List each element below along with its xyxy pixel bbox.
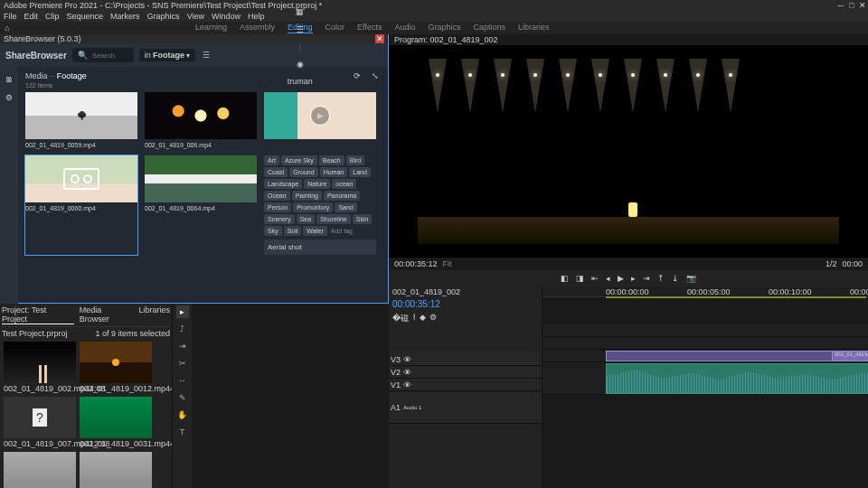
extract-button[interactable]: ⤓ (672, 274, 679, 283)
link-icon[interactable]: ⌇ (412, 313, 416, 324)
slip-tool[interactable]: ↔ (176, 374, 189, 387)
menu-sequence[interactable]: Sequence (67, 12, 104, 21)
panel-tab[interactable]: Libraries (138, 305, 170, 324)
list-view-icon[interactable]: ☰ (295, 24, 306, 35)
close-icon[interactable]: ✕ (859, 1, 866, 10)
step-fwd-button[interactable]: ▸ (631, 274, 636, 283)
tag[interactable]: Panorama (324, 191, 360, 201)
marker-icon[interactable]: ◆ (420, 313, 426, 324)
scope-dropdown[interactable]: in Footage ▾ (139, 49, 195, 61)
clip-thumb[interactable] (145, 92, 257, 139)
tag[interactable]: Landscape (264, 179, 302, 189)
step-back-button[interactable]: ◂ (606, 274, 610, 283)
export-frame-button[interactable]: 📷 (686, 274, 696, 283)
project-item[interactable]: 002_01_4819_0012.mp44:00 (80, 342, 152, 393)
add-tag-button[interactable]: Add tag (329, 226, 354, 236)
pen-tool[interactable]: ✎ (176, 391, 189, 404)
tag[interactable]: Promontory (293, 202, 333, 212)
settings-icon[interactable]: ⚙ (429, 313, 437, 324)
tag[interactable]: Beach (319, 155, 344, 165)
search-input[interactable] (92, 52, 128, 60)
tag[interactable]: Land (349, 167, 371, 177)
play-button[interactable]: ▶ (618, 274, 624, 283)
project-item[interactable]: 002_01_4819_002.mp44:08 (4, 342, 76, 393)
tag[interactable]: Painting (292, 191, 322, 201)
tag[interactable]: Ground (289, 167, 317, 177)
tab-captions[interactable]: Captions (474, 23, 506, 33)
clip-thumb[interactable] (25, 92, 137, 139)
clip-thumb[interactable] (145, 155, 257, 202)
menu-file[interactable]: File (4, 12, 17, 21)
tag[interactable]: Art (264, 155, 279, 165)
tab-graphics[interactable]: Graphics (428, 23, 460, 33)
timeline-clip[interactable]: 002_01_4819_011.mp4 (832, 351, 868, 361)
sequence-tab[interactable]: 002_01_4819_002 (392, 287, 460, 296)
play-icon[interactable]: ▶ (310, 106, 330, 126)
tag[interactable]: Human (320, 167, 348, 177)
tag[interactable]: Coast (264, 167, 288, 177)
tag[interactable]: Soil (284, 226, 302, 236)
lift-button[interactable]: ⤒ (657, 274, 665, 283)
panel-tab[interactable]: Project: Test Project (2, 305, 74, 324)
media-nav-icon[interactable]: 🗎 (4, 74, 14, 85)
refresh-icon[interactable]: ⟳ (352, 70, 363, 81)
project-item[interactable] (4, 452, 76, 488)
settings-nav-icon[interactable]: ⚙ (4, 92, 14, 103)
tag[interactable]: Person (264, 202, 291, 212)
track-select-tool[interactable]: ⤴ (176, 323, 189, 335)
crumb-root[interactable]: Media (25, 71, 48, 80)
menu-view[interactable]: View (187, 12, 204, 21)
a1-header[interactable]: A1 (391, 403, 401, 412)
go-in-button[interactable]: ⇤ (591, 274, 599, 283)
tag[interactable]: Bird (346, 155, 364, 165)
resolution-dropdown[interactable]: 1/2 (826, 259, 837, 268)
clip-thumb[interactable] (25, 155, 137, 202)
ripple-tool[interactable]: ⇥ (176, 340, 189, 352)
hand-tool[interactable]: ✋ (176, 408, 189, 421)
go-out-button[interactable]: ⇥ (643, 274, 650, 283)
project-item[interactable]: 002_01_4819_0031.mp44:01 (80, 397, 152, 448)
fit-dropdown[interactable]: Fit (443, 259, 452, 268)
search-field[interactable]: 🔍 (72, 48, 134, 62)
minimize-icon[interactable]: ─ (837, 1, 844, 10)
home-icon[interactable]: ⌂ (0, 23, 14, 33)
tag[interactable]: Ocean (264, 191, 290, 201)
collapse-icon[interactable]: ⤡ (370, 70, 381, 81)
panel-tab[interactable]: Media Browser (80, 305, 134, 324)
clip-thumb[interactable]: ▶ (264, 92, 376, 139)
tab-libraries[interactable]: Libraries (518, 23, 550, 33)
tag[interactable]: ocean (332, 179, 356, 189)
tag[interactable]: Sand (335, 202, 356, 212)
menu-markers[interactable]: Markers (110, 12, 140, 21)
timecode-display[interactable]: 00:00:35:12 (394, 259, 438, 268)
timeline-tracks[interactable]: 00:00:00:0000:00:05:0000:00:10:0000:00:1… (542, 286, 868, 488)
comment-field[interactable]: Aerial shot (264, 239, 376, 255)
mark-out-button[interactable]: ◨ (576, 274, 584, 283)
mark-in-button[interactable]: ◧ (561, 274, 569, 283)
v3-header[interactable]: V3 (391, 355, 401, 364)
filter-icon[interactable]: ☰ (201, 50, 212, 61)
tag[interactable]: Sky (264, 226, 282, 236)
v1-header[interactable]: V1 (391, 380, 401, 389)
tag[interactable]: Water (303, 226, 326, 236)
menu-edit[interactable]: Edit (24, 12, 39, 21)
tab-audio[interactable]: Audio (394, 23, 415, 33)
grid-view-icon[interactable]: ▦ (295, 6, 306, 17)
selection-tool[interactable]: ▸ (176, 305, 189, 318)
snap-icon[interactable]: �磁 (392, 313, 409, 324)
maximize-icon[interactable]: □ (848, 1, 855, 10)
razor-tool[interactable]: ✂ (176, 357, 189, 370)
menu-clip[interactable]: Clip (45, 12, 60, 21)
program-monitor[interactable]: for(let i=0;i<10;i++){document.write('<d… (389, 45, 868, 258)
tag[interactable]: Scenery (264, 214, 295, 224)
project-item[interactable]: 002_01_4819_007.mp412:18 (4, 397, 76, 448)
tag[interactable]: Sea (297, 214, 315, 224)
menu-graphics[interactable]: Graphics (147, 12, 180, 21)
tag[interactable]: Nature (304, 179, 330, 189)
tag[interactable]: Azure Sky (281, 155, 317, 165)
v2-header[interactable]: V2 (391, 368, 401, 377)
project-item[interactable] (80, 452, 152, 488)
timeline-timecode[interactable]: 00:00:35:12 (389, 297, 542, 311)
tag[interactable]: Skin (353, 214, 373, 224)
tag[interactable]: Shoreline (316, 214, 351, 224)
